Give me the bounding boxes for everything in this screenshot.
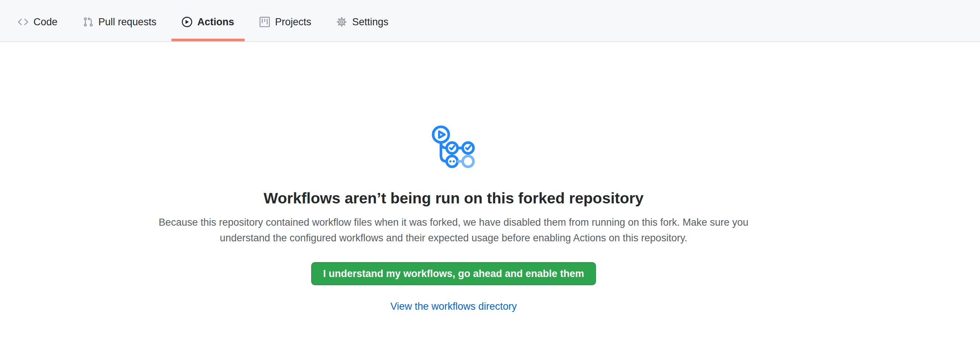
tab-code-label: Code [33,17,57,27]
workflow-graph-icon [0,123,907,170]
play-circle-icon [182,17,192,27]
project-board-icon [259,17,270,27]
blankslate-title: Workflows aren’t being run on this forke… [0,189,907,207]
code-icon [18,17,28,27]
tab-actions[interactable]: Actions [172,0,245,41]
view-workflows-directory-link[interactable]: View the workflows directory [390,301,517,312]
blankslate-description: Because this repository contained workfl… [145,214,762,246]
tab-settings[interactable]: Settings [326,0,399,41]
tab-pull-requests-label: Pull requests [99,17,156,27]
tab-pull-requests[interactable]: Pull requests [73,0,167,41]
repo-tab-nav: Code Pull requests Actions Projects [0,0,980,42]
tab-projects-label: Projects [275,17,312,27]
enable-workflows-button[interactable]: I understand my workflows, go ahead and … [311,262,596,285]
actions-blankslate: Workflows aren’t being run on this forke… [0,123,907,312]
tab-projects[interactable]: Projects [249,0,322,41]
git-pull-request-icon [83,17,93,27]
gear-icon [336,17,347,27]
tab-settings-label: Settings [352,17,388,27]
tab-actions-label: Actions [197,17,234,27]
tab-code[interactable]: Code [8,0,68,41]
